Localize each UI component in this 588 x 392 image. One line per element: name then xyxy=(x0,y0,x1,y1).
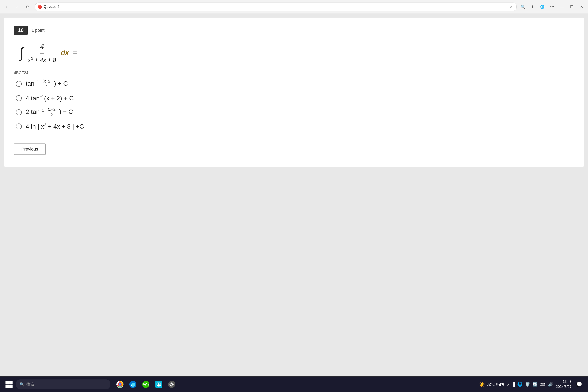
vpn-icon[interactable]: 🛡️ xyxy=(525,382,530,387)
numerator: 4 xyxy=(40,41,44,54)
download-button[interactable]: ⬇ xyxy=(528,2,537,11)
svg-rect-13 xyxy=(158,386,160,386)
question-number: 10 xyxy=(14,26,28,35)
weather-widget: ☀️ 32°C 晴朗 xyxy=(479,382,504,387)
start-button[interactable] xyxy=(4,379,14,390)
browser-window: ‹ › ⟳ 🔴 Quizzes 2 ✕ 🔍 ⬇ 🌐 ••• — ❐ ✕ 10 1… xyxy=(0,0,588,392)
svg-point-7 xyxy=(146,384,148,386)
address-bar: 🔴 Quizzes 2 ✕ xyxy=(35,2,517,11)
volume-icon[interactable]: 🔊 xyxy=(548,382,553,387)
taskbar-chrome[interactable] xyxy=(114,378,126,390)
question-header: 10 1 point xyxy=(14,26,574,35)
chevron-icon[interactable]: ∧ xyxy=(507,382,510,386)
network-icon[interactable]: 🌐 xyxy=(517,382,522,387)
denominator: x2 + 4x + 8 xyxy=(28,54,56,65)
svg-point-9 xyxy=(145,384,146,384)
taskbar-capture[interactable] xyxy=(153,378,165,390)
answer-options: tan−1 (x+2 2 ) + C 4 tan−1(x + 2) + C xyxy=(16,79,574,130)
taskbar-search-icon: 🔍 xyxy=(20,382,24,387)
math-expression: ∫ 4 x2 + 4x + 8 dx = xyxy=(20,41,574,65)
monitor-icon[interactable]: ▐ xyxy=(512,382,515,387)
tab-title: Quizzes 2 xyxy=(44,5,506,9)
equals-text: = xyxy=(73,48,78,57)
more-button[interactable]: ••• xyxy=(548,2,557,11)
integral-symbol: ∫ xyxy=(20,45,24,60)
option-b[interactable]: 4 tan−1(x + 2) + C xyxy=(16,94,574,102)
windows-logo xyxy=(6,381,12,388)
dx-text: dx xyxy=(61,48,69,57)
clock[interactable]: 18:43 2024/8/27 xyxy=(556,379,572,389)
arrow-icon[interactable]: 🔄 xyxy=(532,382,538,387)
svg-point-12 xyxy=(158,384,160,385)
taskbar-right: ☀️ 32°C 晴朗 ∧ ▐ 🌐 🛡️ 🔄 ⌨ 🔊 18:43 2024/8/2… xyxy=(479,379,584,389)
titlebar: ‹ › ⟳ 🔴 Quizzes 2 ✕ 🔍 ⬇ 🌐 ••• — ❐ ✕ xyxy=(0,0,588,14)
option-a-math: tan−1 (x+2 2 ) + C xyxy=(26,79,68,89)
taskbar: 🔍 搜索 xyxy=(0,376,588,392)
taskbar-search-text: 搜索 xyxy=(26,382,34,387)
radio-a[interactable] xyxy=(16,81,22,87)
toolbar-right: ⬇ 🌐 ••• — ❐ ✕ xyxy=(528,2,586,11)
page-content: 10 1 point ∫ 4 x2 + 4x + 8 dx = 4BCF24 xyxy=(0,14,588,392)
option-c[interactable]: 2 tan−1 (x+2 2 ) + C xyxy=(16,107,574,117)
taskbar-apps xyxy=(114,378,178,390)
svg-point-16 xyxy=(171,384,172,385)
weather-text: 32°C 晴朗 xyxy=(486,382,504,387)
forward-button[interactable]: › xyxy=(12,2,22,11)
refresh-button[interactable]: ⟳ xyxy=(23,2,32,11)
option-b-math: 4 tan−1(x + 2) + C xyxy=(26,94,74,102)
taskbar-edge[interactable] xyxy=(127,378,139,390)
quiz-card: 10 1 point ∫ 4 x2 + 4x + 8 dx = 4BCF24 xyxy=(4,18,584,167)
taskbar-search[interactable]: 🔍 搜索 xyxy=(16,380,110,389)
time-display: 18:43 xyxy=(556,379,572,384)
taskbar-app3[interactable] xyxy=(140,378,152,390)
close-window-button[interactable]: ✕ xyxy=(577,2,586,11)
option-c-math: 2 tan−1 (x+2 2 ) + C xyxy=(26,107,73,117)
restore-button[interactable]: ❐ xyxy=(567,2,576,11)
svg-point-8 xyxy=(144,384,145,384)
favicon-icon: 🔴 xyxy=(38,5,42,9)
question-id: 4BCF24 xyxy=(14,70,574,75)
back-button[interactable]: ‹ xyxy=(2,2,11,11)
radio-b[interactable] xyxy=(16,95,22,101)
radio-c[interactable] xyxy=(16,109,22,115)
close-tab-button[interactable]: ✕ xyxy=(508,4,514,10)
option-d[interactable]: 4 ln | x2 + 4x + 8 | +C xyxy=(16,123,574,130)
question-points: 1 point xyxy=(32,28,44,33)
keyboard-icon[interactable]: ⌨ xyxy=(540,382,546,387)
globe-button[interactable]: 🌐 xyxy=(538,2,547,11)
notification-button[interactable]: 💬 xyxy=(574,380,584,389)
minimize-button[interactable]: — xyxy=(558,2,566,11)
system-tray: ∧ ▐ 🌐 🛡️ 🔄 ⌨ 🔊 xyxy=(507,382,553,387)
svg-point-3 xyxy=(119,384,121,385)
search-button[interactable]: 🔍 xyxy=(520,3,526,10)
radio-d[interactable] xyxy=(16,124,22,129)
option-d-math: 4 ln | x2 + 4x + 8 | +C xyxy=(26,123,84,130)
date-display: 2024/8/27 xyxy=(556,384,572,389)
previous-button[interactable]: Previous xyxy=(14,144,46,155)
taskbar-settings[interactable] xyxy=(166,378,178,390)
option-a[interactable]: tan−1 (x+2 2 ) + C xyxy=(16,79,574,89)
